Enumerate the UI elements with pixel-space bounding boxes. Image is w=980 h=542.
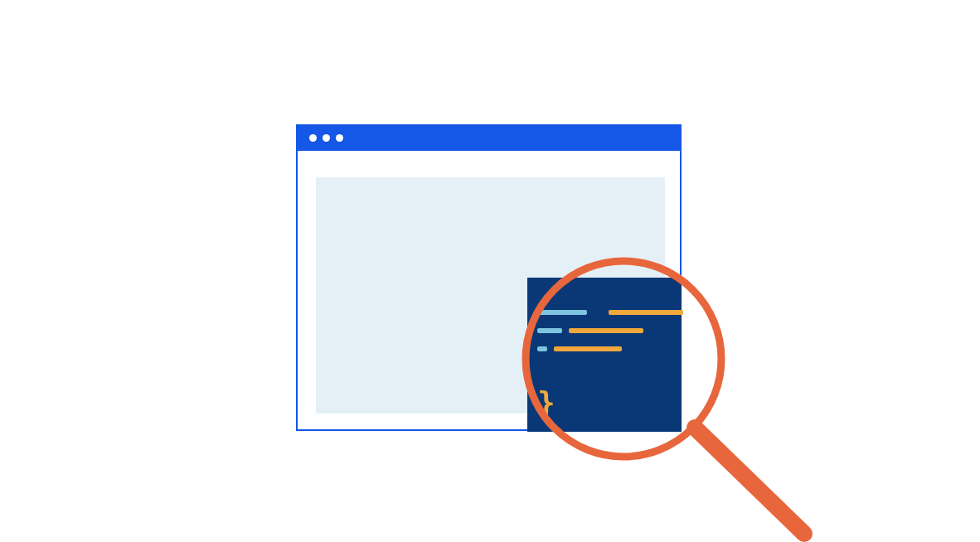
svg-rect-5 [569,328,643,333]
svg-rect-7 [554,346,622,351]
svg-rect-6 [537,346,547,351]
svg-rect-3 [609,310,683,315]
magnifier-ring [526,261,721,457]
svg-rect-2 [537,310,587,315]
overlay-svg: } [0,0,980,542]
magnifier-handle [695,428,804,534]
svg-rect-4 [537,328,562,333]
illustration-canvas: } [0,0,980,542]
